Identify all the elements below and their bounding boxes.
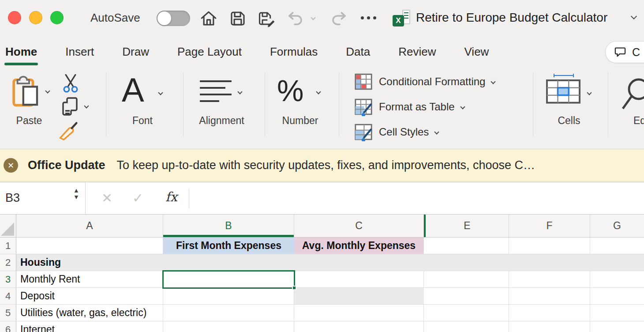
format-as-table-button[interactable]: Format as Table <box>354 98 464 116</box>
cancel-icon[interactable]: ✕ <box>101 190 112 206</box>
format-painter-button[interactable] <box>58 120 80 140</box>
font-icon[interactable]: A <box>122 71 144 109</box>
more-toolbar-icon[interactable] <box>361 16 376 19</box>
column-header-f[interactable]: F <box>509 215 590 237</box>
comments-button-label: C <box>632 46 640 59</box>
column-header-b[interactable]: B <box>163 215 294 237</box>
cell-a2[interactable]: Housing <box>16 254 163 271</box>
cell-g4[interactable] <box>590 288 644 304</box>
copy-button[interactable] <box>59 95 82 118</box>
cell-f1[interactable] <box>509 238 590 254</box>
column-header-e[interactable]: E <box>426 215 509 237</box>
home-icon[interactable] <box>199 9 218 28</box>
cell-b6[interactable] <box>163 321 294 332</box>
cells-menu-chevron-icon[interactable] <box>587 90 592 95</box>
column-header-c[interactable]: C <box>294 215 424 237</box>
cell-f5[interactable] <box>509 305 590 321</box>
cell-c3[interactable] <box>294 271 424 287</box>
cell-g1[interactable] <box>590 238 644 254</box>
save-as-icon[interactable] <box>257 9 275 28</box>
cell-g5[interactable] <box>590 305 644 321</box>
edit-search-button[interactable] <box>619 77 644 112</box>
spinner-down-icon[interactable]: ▼ <box>73 194 79 200</box>
tab-formulas[interactable]: Formulas <box>270 45 318 59</box>
cell-f2[interactable] <box>509 254 590 271</box>
save-icon[interactable] <box>228 9 247 28</box>
banner-close-icon[interactable]: ✕ <box>4 158 18 173</box>
number-menu-chevron-icon[interactable] <box>316 89 321 94</box>
cell-e4[interactable] <box>426 288 509 304</box>
cell-a4[interactable]: Deposit <box>16 288 163 304</box>
cell-styles-button[interactable]: Cell Styles <box>354 123 438 141</box>
font-menu-chevron-icon[interactable] <box>158 90 163 95</box>
percent-icon[interactable]: % <box>277 73 303 108</box>
tab-draw[interactable]: Draw <box>122 45 149 59</box>
cell-g6[interactable] <box>590 321 644 332</box>
cell-b2[interactable] <box>163 254 294 271</box>
cell-f3[interactable] <box>509 271 590 287</box>
fill-handle[interactable] <box>292 286 296 290</box>
row-header-6[interactable]: 6 <box>0 321 16 332</box>
undo-icon[interactable] <box>286 9 304 28</box>
cell-e3[interactable] <box>426 271 509 287</box>
tab-insert[interactable]: Insert <box>65 45 94 59</box>
spreadsheet-grid: A B C E F G 1 First Month Expenses Avg. … <box>0 215 644 332</box>
enter-icon[interactable]: ✓ <box>132 190 143 206</box>
cut-button[interactable] <box>62 72 79 94</box>
cell-a5[interactable]: Utilities (water, gas, electric) <box>16 305 163 321</box>
cell-g2[interactable] <box>590 254 644 271</box>
cell-c5[interactable] <box>294 305 424 321</box>
alignment-menu-chevron-icon[interactable] <box>237 89 242 94</box>
cell-e1[interactable] <box>426 238 509 254</box>
cell-b5[interactable] <box>163 305 294 321</box>
document-title-chevron-icon[interactable] <box>631 13 637 19</box>
cell-c2[interactable] <box>294 254 424 271</box>
autosave-toggle[interactable] <box>157 11 190 26</box>
conditional-formatting-button[interactable]: Conditional Formatting <box>354 72 495 91</box>
cell-f6[interactable] <box>509 321 590 332</box>
cell-f4[interactable] <box>509 288 590 304</box>
tab-review[interactable]: Review <box>398 45 436 59</box>
close-window-button[interactable] <box>8 11 21 24</box>
select-all-corner[interactable] <box>0 215 16 237</box>
tab-data[interactable]: Data <box>346 45 370 59</box>
name-box-spinner[interactable]: ▲ ▼ <box>73 187 79 200</box>
comments-button[interactable]: C <box>605 41 644 63</box>
spinner-up-icon[interactable]: ▲ <box>73 187 79 194</box>
cell-e2[interactable] <box>426 254 509 271</box>
column-header-a[interactable]: A <box>16 215 163 237</box>
insert-function-icon[interactable]: fx <box>165 189 177 204</box>
document-title[interactable]: Retire to Europe Budget Calculator <box>416 11 607 25</box>
row-header-2[interactable]: 2 <box>0 254 16 271</box>
tab-home[interactable]: Home <box>5 45 37 59</box>
redo-icon[interactable] <box>330 9 348 28</box>
cell-a1[interactable] <box>16 238 163 254</box>
copy-menu-chevron-icon[interactable] <box>84 103 89 108</box>
row-header-5[interactable]: 5 <box>0 305 16 321</box>
row-header-4[interactable]: 4 <box>0 288 16 304</box>
cell-e6[interactable] <box>426 321 509 332</box>
row-header-1[interactable]: 1 <box>0 238 16 254</box>
cell-g3[interactable] <box>590 271 644 287</box>
row-header-3[interactable]: 3 <box>0 271 16 287</box>
cell-b1[interactable]: First Month Expenses <box>163 238 294 254</box>
formula-input[interactable] <box>192 185 640 211</box>
cell-c1[interactable]: Avg. Monthly Expenses <box>294 238 424 254</box>
cell-c4[interactable] <box>294 288 424 304</box>
zoom-window-button[interactable] <box>50 11 64 24</box>
tab-view[interactable]: View <box>464 45 489 59</box>
cells-button[interactable] <box>546 79 580 104</box>
cell-e5[interactable] <box>426 305 509 321</box>
undo-menu-chevron-icon[interactable] <box>311 15 315 20</box>
minimize-window-button[interactable] <box>29 11 42 24</box>
cell-c6[interactable] <box>294 321 424 332</box>
cell-a3[interactable]: Monthly Rent <box>16 271 163 287</box>
cell-b4[interactable] <box>163 288 294 304</box>
name-box[interactable]: B3 ▲ ▼ <box>0 182 85 214</box>
paste-menu-chevron-icon[interactable] <box>45 88 50 93</box>
alignment-icon[interactable] <box>200 80 232 107</box>
cell-a6[interactable]: Internet <box>16 321 163 332</box>
column-header-g[interactable]: G <box>590 215 644 237</box>
paste-button[interactable] <box>11 75 42 113</box>
tab-page-layout[interactable]: Page Layout <box>177 45 242 59</box>
